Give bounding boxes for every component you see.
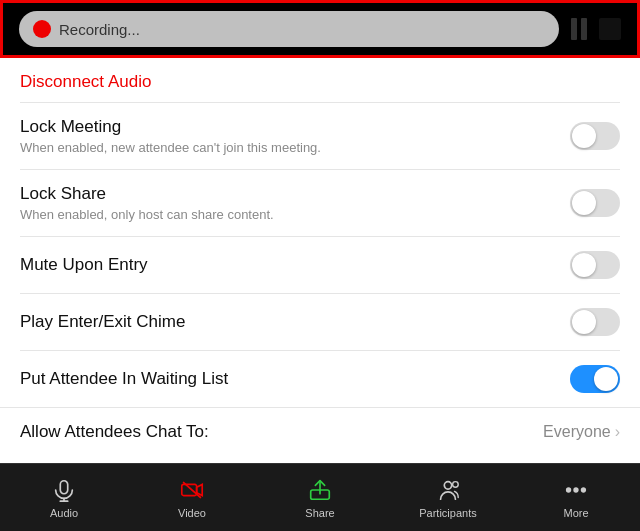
toggle-lock-meeting[interactable]	[570, 122, 620, 150]
allow-chat-value: Everyone ›	[543, 423, 620, 441]
nav-item-more[interactable]: More	[512, 477, 640, 519]
recording-pill: Recording...	[19, 11, 559, 47]
settings-panel: Disconnect Audio Lock MeetingWhen enable…	[0, 58, 640, 463]
setting-label-waiting-list: Put Attendee In Waiting List	[20, 369, 558, 389]
recording-label: Recording...	[59, 21, 140, 38]
pause-button[interactable]	[571, 18, 587, 40]
more-icon	[563, 477, 589, 503]
participants-icon	[435, 477, 461, 503]
bottom-nav: Audio Video Share Participants	[0, 463, 640, 531]
nav-label-video: Video	[178, 507, 206, 519]
setting-row-lock-meeting: Lock MeetingWhen enabled, new attendee c…	[0, 103, 640, 169]
disconnect-audio-button[interactable]: Disconnect Audio	[0, 58, 640, 102]
setting-row-play-chime: Play Enter/Exit Chime	[0, 294, 640, 350]
setting-desc-lock-meeting: When enabled, new attendee can't join th…	[20, 140, 558, 155]
setting-inner-mute-upon-entry: Mute Upon Entry	[20, 255, 558, 275]
nav-item-video[interactable]: Video	[128, 477, 256, 519]
setting-row-lock-share: Lock ShareWhen enabled, only host can sh…	[0, 170, 640, 236]
nav-label-participants: Participants	[419, 507, 476, 519]
setting-label-play-chime: Play Enter/Exit Chime	[20, 312, 558, 332]
nav-item-audio[interactable]: Audio	[0, 477, 128, 519]
settings-list: Lock MeetingWhen enabled, new attendee c…	[0, 103, 640, 407]
svg-point-11	[582, 488, 586, 492]
nav-label-more: More	[563, 507, 588, 519]
svg-point-8	[453, 481, 459, 487]
share-icon	[307, 477, 333, 503]
setting-label-lock-share: Lock Share	[20, 184, 558, 204]
toggle-play-chime[interactable]	[570, 308, 620, 336]
nav-label-audio: Audio	[50, 507, 78, 519]
stop-button[interactable]	[599, 18, 621, 40]
allow-chat-value-text: Everyone	[543, 423, 611, 441]
svg-point-9	[567, 488, 571, 492]
nav-item-share[interactable]: Share	[256, 477, 384, 519]
svg-point-10	[574, 488, 578, 492]
svg-rect-3	[182, 484, 197, 495]
setting-inner-lock-share: Lock ShareWhen enabled, only host can sh…	[20, 184, 558, 222]
svg-point-7	[444, 481, 451, 488]
setting-label-mute-upon-entry: Mute Upon Entry	[20, 255, 558, 275]
recording-bar: Recording...	[0, 0, 640, 58]
audio-icon	[51, 477, 77, 503]
setting-label-lock-meeting: Lock Meeting	[20, 117, 558, 137]
nav-label-share: Share	[305, 507, 334, 519]
toggle-waiting-list[interactable]	[570, 365, 620, 393]
chevron-right-icon: ›	[615, 423, 620, 441]
setting-desc-lock-share: When enabled, only host can share conten…	[20, 207, 558, 222]
setting-inner-play-chime: Play Enter/Exit Chime	[20, 312, 558, 332]
setting-inner-waiting-list: Put Attendee In Waiting List	[20, 369, 558, 389]
setting-row-mute-upon-entry: Mute Upon Entry	[0, 237, 640, 293]
svg-rect-0	[60, 480, 67, 493]
nav-item-participants[interactable]: Participants	[384, 477, 512, 519]
setting-inner-lock-meeting: Lock MeetingWhen enabled, new attendee c…	[20, 117, 558, 155]
setting-row-waiting-list: Put Attendee In Waiting List	[0, 351, 640, 407]
allow-chat-label: Allow Attendees Chat To:	[20, 422, 209, 442]
allow-chat-row[interactable]: Allow Attendees Chat To: Everyone ›	[0, 407, 640, 456]
toggle-mute-upon-entry[interactable]	[570, 251, 620, 279]
toggle-lock-share[interactable]	[570, 189, 620, 217]
recording-dot	[33, 20, 51, 38]
video-icon	[179, 477, 205, 503]
